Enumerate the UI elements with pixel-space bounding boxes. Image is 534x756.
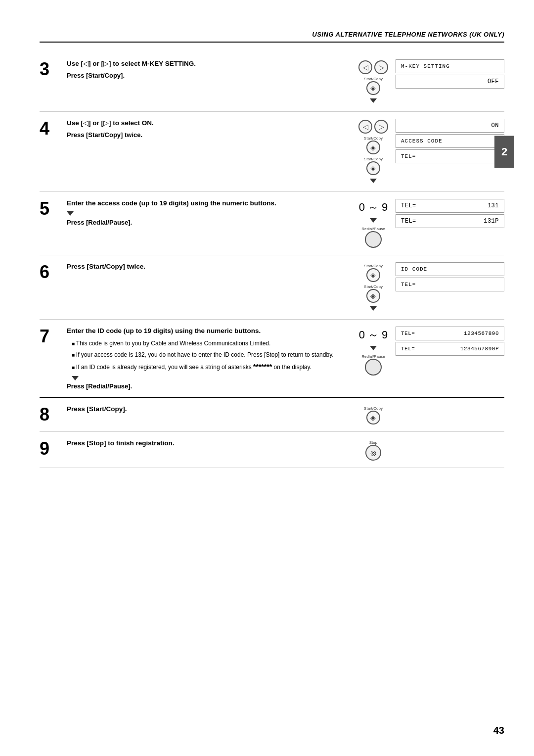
step-7-number: 7 [40, 327, 67, 345]
step-4-arrow-buttons: ◁ ▷ [358, 120, 388, 134]
arrow-down-5-text [67, 211, 74, 216]
startcopy-circle-4b: ◈ [366, 161, 380, 175]
right-arrow-btn-4: ▷ [374, 120, 388, 134]
page-title: USING ALTERNATIVE TELEPHONE NETWORKS (UK… [312, 31, 504, 38]
step-3-screens: M-KEY SETTING OFF [396, 59, 504, 89]
left-arrow-btn: ◁ [358, 60, 372, 74]
step-6-content: Press [Start/Copy] twice. [67, 262, 351, 275]
left-arrow-btn-4: ◁ [358, 120, 372, 134]
screen-4-2: ACCESS CODE [396, 134, 504, 148]
step-8-title: Press [Start/Copy]. [67, 405, 341, 414]
screen-6-1: ID CODE [396, 262, 504, 276]
step-5-screens: TEL=131 TEL=131P [396, 199, 504, 228]
screen-7-2: TEL=1234567890P [396, 342, 504, 356]
step-6-row: 6 Press [Start/Copy] twice. Start/Copy ◈… [40, 255, 504, 320]
redial-btn-5: Redial/Pause [361, 226, 385, 248]
arrow-down-7 [370, 346, 377, 350]
note-7-3: If an ID code is already registered, you… [72, 362, 341, 372]
startcopy-circle-8: ◈ [366, 411, 380, 425]
step-3-arrow-buttons: ◁ ▷ [358, 60, 388, 74]
step-4-screens: ON ACCESS CODE TEL= [396, 119, 504, 163]
step-3-number: 3 [40, 59, 67, 78]
step-7-title: Enter the ID code (up to 19 digits) usin… [67, 327, 341, 336]
note-7-1: This code is given to you by Cable and W… [72, 339, 341, 348]
step-4-row: 4 Use [◁] or [▷] to select ON. Press [St… [40, 112, 504, 192]
startcopy-btn-4b: Start/Copy ◈ [364, 156, 383, 175]
step-7-icons: 0 ～ 9 Redial/Pause [351, 327, 396, 376]
step-9-number: 9 [40, 439, 67, 458]
startcopy-circle-4a: ◈ [366, 141, 380, 154]
arrow-down-7-text [72, 376, 79, 380]
redial-btn-7: Redial/Pause [361, 354, 385, 376]
right-arrow-btn: ▷ [374, 60, 388, 74]
section-badge-2: 2 [494, 136, 514, 168]
screen-6-2: TEL= [396, 278, 504, 291]
numeric-range-5: 0 ～ 9 [359, 200, 388, 215]
step-4-press: Press [Start/Copy] twice. [67, 131, 341, 139]
step-5-icons: 0 ～ 9 Redial/Pause [351, 199, 396, 248]
redial-circle-7 [365, 359, 382, 376]
step-6-icons: Start/Copy ◈ Start/Copy ◈ [351, 262, 396, 312]
step-5-press: Press [Redial/Pause]. [67, 219, 341, 226]
arrow-down-5 [370, 218, 377, 223]
note-7-2: If your access code is 132, you do not h… [72, 350, 341, 359]
step-7-screens: TEL=1234567890 TEL=1234567890P [396, 327, 504, 356]
step-6-screens: ID CODE TEL= [396, 262, 504, 291]
startcopy-circle-6a: ◈ [366, 268, 380, 282]
startcopy-btn-3: Start/Copy ◈ [364, 76, 383, 95]
step-3-icons: ◁ ▷ Start/Copy ◈ [351, 59, 396, 104]
step-7-press: Press [Redial/Pause]. [67, 382, 341, 390]
arrow-down-3 [370, 98, 377, 103]
step-6-title: Press [Start/Copy] twice. [67, 262, 341, 272]
screen-7-1: TEL=1234567890 [396, 327, 504, 340]
redial-circle-5 [365, 231, 382, 248]
stop-btn-9: Stop ◎ [365, 440, 381, 461]
step-9-icons: Stop ◎ [351, 439, 396, 461]
arrow-down-4 [370, 179, 377, 183]
screen-4-3: TEL= [396, 149, 504, 163]
step-9-title: Press [Stop] to finish registration. [67, 439, 341, 448]
numeric-range-7: 0 ～ 9 [359, 328, 388, 342]
step-9-content: Press [Stop] to finish registration. [67, 439, 351, 451]
step-3-content: Use [◁] or [▷] to select M-KEY SETTING. … [67, 59, 351, 79]
startcopy-btn-8: Start/Copy ◈ [364, 406, 383, 425]
startcopy-btn-6a: Start/Copy ◈ [364, 263, 383, 282]
step-4-number: 4 [40, 119, 67, 138]
page-header: USING ALTERNATIVE TELEPHONE NETWORKS (UK… [40, 30, 504, 43]
step-3-title: Use [◁] or [▷] to select M-KEY SETTING. [67, 59, 341, 69]
step-5-number: 5 [40, 199, 67, 218]
step-7-notes: This code is given to you by Cable and W… [67, 339, 341, 372]
step-3-row: 3 Use [◁] or [▷] to select M-KEY SETTING… [40, 52, 504, 112]
step-4-content: Use [◁] or [▷] to select ON. Press [Star… [67, 119, 351, 139]
screen-4-1: ON [396, 119, 504, 133]
step-4-title: Use [◁] or [▷] to select ON. [67, 119, 341, 128]
step-5-title: Enter the access code (up to 19 digits) … [67, 199, 341, 208]
screen-5-1: TEL=131 [396, 199, 504, 213]
step-5-content: Enter the access code (up to 19 digits) … [67, 199, 351, 226]
step-3-press: Press [Start/Copy]. [67, 72, 341, 79]
startcopy-btn-4a: Start/Copy ◈ [364, 136, 383, 154]
arrow-down-6 [370, 306, 377, 311]
step-6-number: 6 [40, 262, 67, 281]
screen-5-2: TEL=131P [396, 214, 504, 228]
page-number: 43 [493, 725, 504, 736]
page-container: USING ALTERNATIVE TELEPHONE NETWORKS (UK… [0, 0, 534, 756]
startcopy-btn-6b: Start/Copy ◈ [364, 284, 383, 303]
step-5-row: 5 Enter the access code (up to 19 digits… [40, 192, 504, 255]
step-8-icons: Start/Copy ◈ [351, 405, 396, 425]
startcopy-circle-3: ◈ [366, 81, 380, 95]
step-9-row: 9 Press [Stop] to finish registration. S… [40, 432, 504, 468]
step-7-content: Enter the ID code (up to 19 digits) usin… [67, 327, 351, 390]
step-4-icons: ◁ ▷ Start/Copy ◈ Start/Copy ◈ [351, 119, 396, 185]
step-8-number: 8 [40, 405, 67, 424]
step-8-content: Press [Start/Copy]. [67, 405, 351, 417]
step-8-row: 8 Press [Start/Copy]. Start/Copy ◈ [40, 398, 504, 432]
stop-circle-9: ◎ [365, 445, 381, 461]
startcopy-circle-6b: ◈ [366, 289, 380, 303]
screen-3-1: M-KEY SETTING [396, 59, 504, 73]
screen-3-2: OFF [396, 75, 504, 89]
step-7-row: 7 Enter the ID code (up to 19 digits) us… [40, 320, 504, 398]
